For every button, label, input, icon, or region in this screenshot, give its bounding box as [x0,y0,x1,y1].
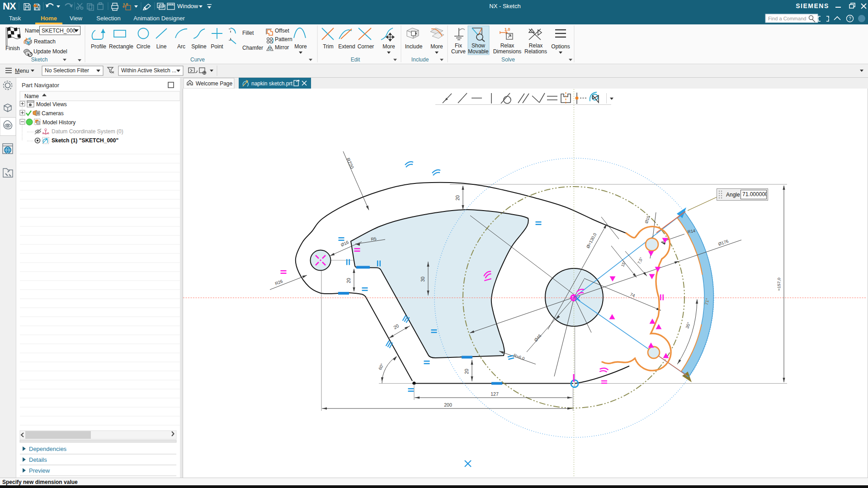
svg-text:Ø10: Ø10 [644,215,651,224]
svg-text:Ø176: Ø176 [717,239,729,247]
svg-text:Home: Home [41,15,57,22]
svg-text:Model Views: Model Views [36,101,67,108]
svg-text:Selection: Selection [96,15,120,22]
svg-text:Curve: Curve [190,56,205,63]
svg-text:Trim: Trim [323,43,334,50]
svg-text:NX - Sketch: NX - Sketch [489,3,520,9]
svg-text:R≈6,0: R≈6,0 [513,352,525,361]
svg-text:More: More [294,43,307,50]
svg-text:Menu: Menu [15,68,29,74]
svg-text:127: 127 [491,391,499,397]
svg-text:20: 20 [346,278,351,283]
svg-text:Relations: Relations [524,48,547,55]
svg-text:Fillet: Fillet [242,30,254,36]
svg-text:No Selection Filter: No Selection Filter [45,67,89,74]
svg-text:Model History: Model History [42,119,75,126]
svg-text:Movable: Movable [468,48,489,55]
svg-text:Angle: Angle [726,192,740,198]
svg-text:Finish: Finish [5,45,20,52]
svg-text:napkin sketch.prt: napkin sketch.prt [251,80,292,87]
svg-text:Cameras: Cameras [42,110,64,117]
svg-text:Arc: Arc [177,43,185,50]
svg-text:Extend: Extend [338,43,355,50]
svg-text:Solve: Solve [501,56,515,63]
svg-text:Show: Show [472,42,485,49]
svg-text:Options: Options [551,43,570,50]
svg-text:30: 30 [420,277,425,282]
svg-text:7,5°: 7,5° [637,256,644,265]
svg-text:Within Active Sketch ...: Within Active Sketch ... [121,67,176,74]
svg-text:Corner: Corner [358,43,374,50]
svg-text:200: 200 [444,402,452,408]
svg-text:Edit: Edit [351,56,360,63]
svg-text:Details: Details [29,456,47,463]
svg-text:NX: NX [3,0,16,12]
svg-text:Include: Include [411,56,429,63]
svg-text:Reattach: Reattach [34,38,56,45]
svg-text:Dependencies: Dependencies [29,446,67,452]
svg-text:Name: Name [25,28,39,34]
svg-text:Find a Command: Find a Command [768,16,806,21]
svg-text:Include: Include [405,43,423,50]
svg-text:Pattern: Pattern [275,36,292,42]
svg-text:Update Model: Update Model [33,48,67,55]
svg-text:Window: Window [177,3,198,9]
svg-text:60°: 60° [377,363,385,371]
svg-text:Curve: Curve [451,48,466,55]
svg-text:Line: Line [156,43,167,50]
svg-text:Datum Coordinate System (0): Datum Coordinate System (0) [52,128,123,135]
svg-text:More: More [382,43,395,50]
svg-text:74: 74 [629,292,636,298]
svg-text:Ø=130,0: Ø=130,0 [585,232,597,249]
svg-text:Circle: Circle [137,43,151,50]
svg-text:35°: 35° [684,321,691,329]
svg-text:Mirror: Mirror [275,44,289,51]
svg-text:Task: Task [9,15,21,22]
svg-text:20: 20 [464,369,469,374]
svg-text:Sketch: Sketch [31,56,48,63]
svg-text:R5: R5 [371,236,377,242]
svg-text:Point: Point [211,43,223,50]
svg-text:≈157,0: ≈157,0 [776,278,781,291]
svg-text:Profile: Profile [91,43,106,50]
svg-text:Preview: Preview [29,467,50,474]
svg-text:More: More [430,43,443,50]
svg-text:Name: Name [24,93,39,99]
svg-text:?: ? [849,16,851,21]
svg-text:Ø46: Ø46 [533,333,542,343]
svg-text:Spline: Spline [191,43,207,50]
svg-text:Relax: Relax [529,42,543,49]
svg-text:Rectangle: Rectangle [109,43,133,50]
svg-text:20: 20 [392,323,400,330]
svg-text:Chamfer: Chamfer [242,45,263,51]
svg-text:20: 20 [455,195,460,201]
svg-text:Relax: Relax [500,42,514,49]
svg-text:Animation Designer: Animation Designer [133,15,185,22]
svg-text:Welcome Page: Welcome Page [196,80,232,87]
svg-text:Dimensions: Dimensions [493,48,522,55]
svg-text:Offset: Offset [275,28,289,34]
svg-text:Fix: Fix [455,42,462,49]
svg-text:R220: R220 [345,157,355,169]
svg-text:SIEMENS: SIEMENS [796,2,829,9]
svg-text:View: View [70,15,83,22]
svg-text:1.0: 1.0 [505,27,510,32]
svg-text:Sketch (1) "SKETCH_000": Sketch (1) "SKETCH_000" [52,137,118,144]
svg-text:SKETCH_000: SKETCH_000 [42,28,76,34]
svg-text:Part Navigator: Part Navigator [22,82,60,89]
